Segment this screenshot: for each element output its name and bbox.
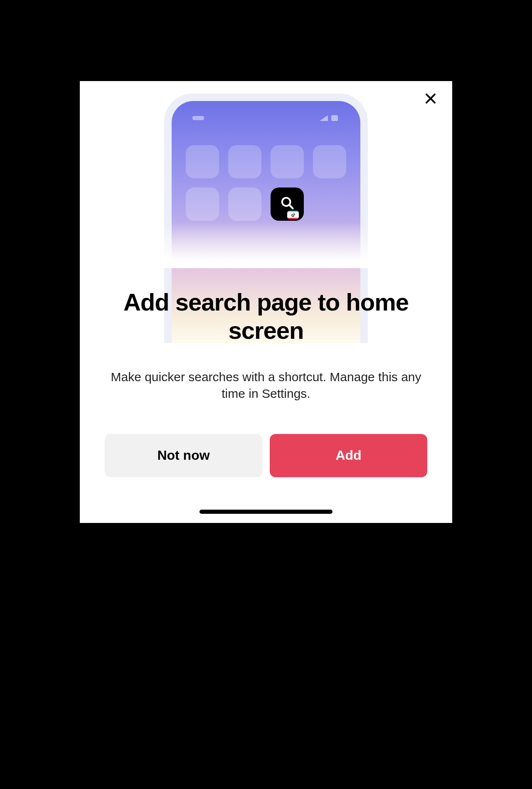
search-shortcut-tile: [271, 187, 304, 221]
add-button[interactable]: Add: [270, 434, 427, 477]
home-indicator[interactable]: [200, 510, 332, 514]
app-tile-placeholder: [186, 145, 219, 178]
battery-icon: [331, 115, 338, 121]
app-tile-placeholder: [186, 187, 219, 221]
screen-stage: Add search page to home screen Make quic…: [80, 81, 452, 634]
app-tile-placeholder: [271, 145, 304, 178]
not-now-button[interactable]: Not now: [105, 434, 262, 477]
svg-line-3: [290, 205, 293, 208]
modal-subtitle: Make quicker searches with a shortcut. M…: [105, 369, 427, 402]
close-button[interactable]: [421, 89, 441, 108]
app-tile-placeholder: [313, 145, 346, 178]
app-tile-placeholder: [228, 145, 261, 178]
status-bar-indicator: [192, 116, 204, 120]
home-screen-illustration: [164, 94, 368, 268]
modal-sheet: Add search page to home screen Make quic…: [80, 81, 452, 523]
tiktok-badge-icon: [287, 211, 299, 219]
search-icon: [279, 195, 295, 211]
close-icon: [424, 92, 437, 105]
button-row: Not now Add: [105, 434, 427, 477]
modal-title: Add search page to home screen: [105, 288, 427, 345]
app-grid: [186, 145, 346, 221]
app-tile-placeholder: [228, 187, 261, 221]
signal-icon: [320, 115, 328, 121]
illustration-fade: [164, 222, 368, 268]
svg-point-2: [282, 197, 291, 206]
